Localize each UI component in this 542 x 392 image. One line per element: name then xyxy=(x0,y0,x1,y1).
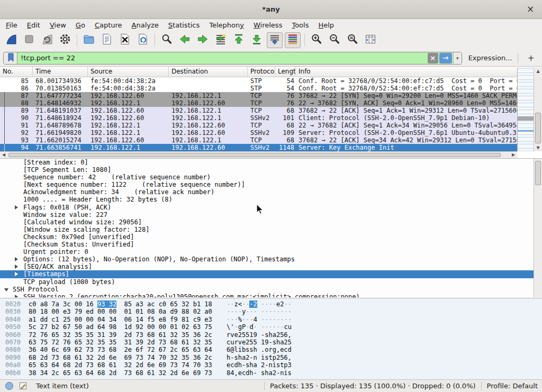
column-header-length[interactable]: Length xyxy=(275,67,296,77)
packet-row-87[interactable]: 8771.647777234192.168.122.60192.168.122.… xyxy=(0,92,517,99)
detail-line[interactable]: [Next sequence number: 1122 (relative se… xyxy=(0,181,542,188)
detail-line[interactable]: [Timestamps] xyxy=(0,270,542,278)
packet-row-88[interactable]: 8871.648146932192.168.122.1192.168.122.6… xyxy=(0,99,517,107)
expand-icon[interactable] xyxy=(15,205,18,209)
start-capture-button[interactable] xyxy=(3,32,19,48)
menu-help[interactable]: Help xyxy=(313,20,339,30)
go-to-packet-button[interactable] xyxy=(213,32,229,48)
column-header-time[interactable]: Time xyxy=(33,67,88,77)
packet-row-94[interactable]: 9471.663856741192.168.122.1192.168.122.6… xyxy=(0,144,517,151)
expand-icon[interactable] xyxy=(15,295,18,297)
menu-capture[interactable]: Capture xyxy=(90,20,127,30)
detail-line[interactable]: SSH Protocol xyxy=(0,286,542,293)
expert-info-icon[interactable] xyxy=(5,381,14,390)
scroll-left-icon[interactable]: ◀ xyxy=(0,152,7,158)
packet-row-89[interactable]: 8971.648191037192.168.122.60192.168.122.… xyxy=(0,107,517,114)
details-vscrollbar[interactable] xyxy=(534,159,542,297)
capture-options-button[interactable] xyxy=(57,32,73,48)
status-profile[interactable]: Profile: Default xyxy=(487,382,538,390)
expression-button[interactable]: Expression... xyxy=(468,54,512,62)
detail-line[interactable]: Flags: 0x018 (PSH, ACK) xyxy=(0,204,542,211)
detail-line[interactable]: Urgent pointer: 0 xyxy=(0,248,542,256)
hex-row[interactable]: 008036 40 6c 69 62 73 73 68 2e 6f 72 67 … xyxy=(0,346,542,353)
scroll-down-icon[interactable]: ▼ xyxy=(534,144,542,151)
detail-line[interactable]: 1000 .... = Header Length: 32 bytes (8) xyxy=(0,196,542,203)
auto-scroll-button[interactable] xyxy=(267,32,283,48)
display-filter-input[interactable] xyxy=(17,52,427,64)
filter-dropdown-chevron-icon[interactable]: ▾ xyxy=(453,52,462,65)
detail-line[interactable]: [TCP Segment Len: 1080] xyxy=(0,166,542,174)
scroll-up-icon[interactable]: ▲ xyxy=(534,68,542,75)
go-forward-button[interactable] xyxy=(195,32,211,48)
menu-analyze[interactable]: Analyze xyxy=(127,20,164,30)
add-filter-button[interactable]: + xyxy=(523,53,539,63)
menu-go[interactable]: Go xyxy=(71,20,90,30)
reload-file-button[interactable] xyxy=(135,32,151,48)
hex-row[interactable]: 009068 2d 73 68 61 32 2d 6e 69 73 74 70 … xyxy=(0,354,542,361)
detail-line[interactable]: Sequence number: 42 (relative sequence n… xyxy=(0,174,542,181)
go-first-button[interactable] xyxy=(231,32,247,48)
detail-line[interactable]: [Calculated window size: 29056] xyxy=(0,218,542,226)
filter-apply-button[interactable]: → xyxy=(439,53,452,63)
hex-row[interactable]: 007063 75 72 76 65 32 35 35 31 39 2d 73 … xyxy=(0,339,542,346)
menu-view[interactable]: View xyxy=(45,20,71,30)
capture-comment-icon[interactable] xyxy=(19,381,28,390)
hex-row[interactable]: 006072 76 65 32 35 35 31 39 2d 73 68 61 … xyxy=(0,331,542,339)
menu-file[interactable]: File xyxy=(1,20,22,30)
packet-row-85[interactable]: 8568.001734936fe:54:00:d4:38:2aSTP54Conf… xyxy=(0,77,517,85)
detail-line[interactable]: [Stream index: 0] xyxy=(0,159,542,166)
menu-telephony[interactable]: Telephony xyxy=(204,20,249,30)
hex-row[interactable]: 00a065 63 64 68 2d 73 68 61 32 2d 6e 69 … xyxy=(0,361,542,369)
packet-list-vscrollbar[interactable]: ▲ ▼ xyxy=(534,68,542,151)
save-file-button[interactable] xyxy=(99,32,115,48)
packet-list-hscrollbar[interactable]: ◀ ▶ xyxy=(0,151,517,158)
find-packet-button[interactable] xyxy=(159,32,175,48)
hex-row[interactable]: 00505c 27 b2 67 50 ad 64 98 1d 92 00 00 … xyxy=(0,323,542,331)
column-header-source[interactable]: Source xyxy=(88,67,169,77)
detail-line[interactable]: Options: (12 bytes), No-Operation (NOP),… xyxy=(0,256,542,263)
scrollbar-thumb[interactable] xyxy=(535,161,541,185)
detail-line[interactable]: Acknowledgment number: 34 (relative ack … xyxy=(0,188,542,196)
zoom-out-button[interactable] xyxy=(327,32,342,48)
detail-line[interactable]: [Window size scaling factor: 128] xyxy=(0,226,542,233)
hex-row[interactable]: 0020c0 a8 7a 3c 00 16 93 32 85 a3 ac c0 … xyxy=(0,300,542,308)
hex-row[interactable]: 003080 18 00 e3 79 ed 00 00 01 01 08 0a … xyxy=(0,308,542,315)
detail-line[interactable]: Checksum: 0x79ed [unverified] xyxy=(0,233,542,241)
zoom-100-button[interactable] xyxy=(345,32,360,48)
resize-columns-button[interactable] xyxy=(363,32,378,48)
expand-icon[interactable] xyxy=(15,272,18,276)
scroll-right-icon[interactable]: ▶ xyxy=(510,152,517,158)
packet-row-92[interactable]: 9271.661949820192.168.122.1192.168.122.6… xyxy=(0,129,517,136)
collapse-icon[interactable] xyxy=(4,288,8,291)
detail-line[interactable]: TCP payload (1080 bytes) xyxy=(0,278,542,286)
hex-row[interactable]: 00b038 34 2c 65 63 64 68 2d 73 68 61 32 … xyxy=(0,369,542,377)
column-header-protocol[interactable]: Protocol xyxy=(248,67,275,77)
packet-row-90[interactable]: 9071.648618924192.168.122.60192.168.122.… xyxy=(0,114,517,122)
zoom-in-button[interactable] xyxy=(309,32,324,48)
filter-clear-button[interactable]: × xyxy=(428,53,438,63)
stop-capture-button[interactable] xyxy=(21,32,37,48)
go-last-button[interactable] xyxy=(249,32,265,48)
open-file-button[interactable] xyxy=(81,32,97,48)
go-back-button[interactable] xyxy=(177,32,193,48)
menu-wireless[interactable]: Wireless xyxy=(249,20,287,30)
packet-row-91[interactable]: 9171.648789678192.168.122.1192.168.122.6… xyxy=(0,122,517,129)
packet-row-93[interactable]: 9371.662015274192.168.122.60192.168.122.… xyxy=(0,136,517,144)
menu-edit[interactable]: Edit xyxy=(22,20,45,30)
scrollbar-thumb[interactable] xyxy=(8,153,501,157)
scrollbar-thumb[interactable] xyxy=(535,113,541,143)
restart-capture-button[interactable] xyxy=(39,32,55,48)
menu-tools[interactable]: Tools xyxy=(287,20,313,30)
filter-bookmark-button[interactable] xyxy=(4,52,17,65)
menu-statistics[interactable]: Statistics xyxy=(164,20,204,30)
close-icon[interactable]: × xyxy=(524,0,537,19)
detail-line[interactable]: Window size value: 227 xyxy=(0,211,542,218)
detail-line[interactable]: SSH Version 2 (encryption:chacha20-poly1… xyxy=(0,293,542,297)
column-header-no[interactable]: No. xyxy=(0,67,33,77)
packet-list-minimap[interactable] xyxy=(517,68,534,151)
close-file-button[interactable] xyxy=(117,32,133,48)
detail-line[interactable]: [Checksum Status: Unverified] xyxy=(0,241,542,248)
expand-icon[interactable] xyxy=(15,265,18,269)
hex-row[interactable]: 0040a1 dd c1 25 00 00 04 34 06 14 f5 e8 … xyxy=(0,316,542,323)
column-header-destination[interactable]: Destination xyxy=(169,67,248,77)
